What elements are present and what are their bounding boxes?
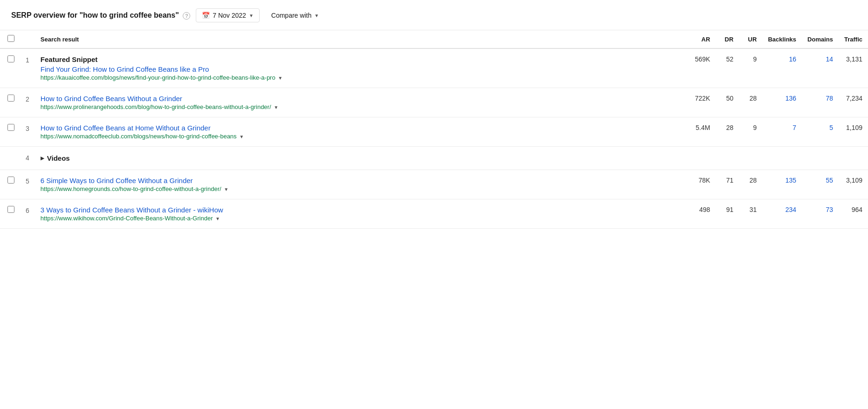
td-dr-1: 52 — [716, 48, 739, 88]
result-title-3: How to Grind Coffee Beans at Home Withou… — [41, 124, 684, 132]
url-dropdown-icon[interactable]: ▼ — [278, 75, 282, 81]
result-title-link-3[interactable]: How to Grind Coffee Beans at Home Withou… — [41, 124, 684, 132]
select-all-checkbox[interactable] — [7, 35, 14, 42]
row-checkbox-5[interactable] — [7, 177, 14, 184]
td-domains-5: 55 — [802, 170, 839, 199]
table-row: 4 ▶ Videos — [0, 147, 868, 170]
url-dropdown-icon[interactable]: ▼ — [274, 105, 278, 110]
td-ur-2: 28 — [739, 88, 762, 117]
td-dr-2: 50 — [716, 88, 739, 117]
domains-link-5[interactable]: 55 — [826, 177, 833, 184]
result-url-link-6[interactable]: https://www.wikihow.com/Grind-Coffee-Bea… — [41, 215, 213, 222]
result-title-link-1[interactable]: Find Your Grind: How to Grind Coffee Bea… — [41, 65, 684, 73]
td-ur-1: 9 — [739, 48, 762, 88]
row-checkbox-1[interactable] — [7, 55, 14, 62]
th-checkbox — [0, 30, 20, 48]
backlinks-link-3[interactable]: 7 — [792, 124, 796, 131]
page-title: SERP overview for "how to grind coffee b… — [11, 11, 190, 20]
date-picker-button[interactable]: 📅 7 Nov 2022 ▼ — [196, 8, 260, 22]
result-url-5: https://www.homegrounds.co/how-to-grind-… — [41, 185, 684, 192]
td-ar-6: 498 — [689, 199, 716, 229]
backlinks-link-5[interactable]: 135 — [785, 177, 796, 184]
td-domains-3: 5 — [802, 117, 839, 147]
compare-with-button[interactable]: Compare with ▼ — [265, 8, 325, 22]
result-url-link-2[interactable]: https://www.prolinerangehoods.com/blog/h… — [41, 103, 271, 110]
td-dr-6: 91 — [716, 199, 739, 229]
page-header: SERP overview for "how to grind coffee b… — [0, 0, 868, 30]
td-domains-1: 14 — [802, 48, 839, 88]
backlinks-link-1[interactable]: 16 — [789, 55, 797, 63]
td-dr-3: 28 — [716, 117, 739, 147]
backlinks-link-6[interactable]: 234 — [785, 206, 796, 213]
videos-text: Videos — [47, 154, 70, 162]
td-backlinks-1: 16 — [762, 48, 802, 88]
td-domains-2: 78 — [802, 88, 839, 117]
th-dr: DR — [716, 30, 739, 48]
result-title-5: 6 Simple Ways to Grind Coffee Without a … — [41, 177, 684, 184]
td-num-5: 5 — [20, 170, 35, 199]
td-checkbox-6[interactable] — [0, 199, 20, 229]
th-domains: Domains — [802, 30, 839, 48]
result-url-link-5[interactable]: https://www.homegrounds.co/how-to-grind-… — [41, 185, 221, 192]
domains-link-6[interactable]: 73 — [826, 206, 833, 213]
td-dr-5: 71 — [716, 170, 739, 199]
td-result-6: 3 Ways to Grind Coffee Beans Without a G… — [35, 199, 689, 229]
td-traffic-2: 7,234 — [839, 88, 868, 117]
chevron-down-icon: ▼ — [249, 13, 254, 18]
url-dropdown-icon[interactable]: ▼ — [215, 216, 220, 221]
td-backlinks-6: 234 — [762, 199, 802, 229]
result-url-link-1[interactable]: https://kauaicoffee.com/blogs/news/find-… — [41, 74, 276, 81]
td-traffic-6: 964 — [839, 199, 868, 229]
table-header-row: Search result AR DR UR Backlinks Domains… — [0, 30, 868, 48]
serp-table-wrapper: Search result AR DR UR Backlinks Domains… — [0, 30, 868, 229]
th-num — [20, 30, 35, 48]
domains-link-3[interactable]: 5 — [829, 124, 833, 131]
row-checkbox-3[interactable] — [7, 124, 14, 131]
table-row: 1 Featured Snippet Find Your Grind: How … — [0, 48, 868, 88]
table-row: 3 How to Grind Coffee Beans at Home With… — [0, 117, 868, 147]
result-url-3: https://www.nomadcoffeeclub.com/blogs/ne… — [41, 133, 684, 140]
serp-table: Search result AR DR UR Backlinks Domains… — [0, 30, 868, 229]
date-label: 7 Nov 2022 — [213, 12, 246, 19]
td-traffic-1: 3,131 — [839, 48, 868, 88]
backlinks-link-2[interactable]: 136 — [785, 95, 796, 102]
result-url-link-3[interactable]: https://www.nomadcoffeeclub.com/blogs/ne… — [41, 133, 237, 140]
td-num-6: 6 — [20, 199, 35, 229]
td-checkbox-2[interactable] — [0, 88, 20, 117]
help-icon[interactable]: ? — [183, 12, 190, 20]
url-dropdown-icon[interactable]: ▼ — [239, 134, 244, 139]
th-traffic: Traffic — [839, 30, 868, 48]
td-checkbox-5[interactable] — [0, 170, 20, 199]
triangle-icon: ▶ — [41, 156, 44, 161]
domains-link-2[interactable]: 78 — [826, 95, 833, 102]
td-ar-5: 78K — [689, 170, 716, 199]
result-title-link-2[interactable]: How to Grind Coffee Beans Without a Grin… — [41, 95, 684, 102]
td-ar-3: 5.4M — [689, 117, 716, 147]
td-videos-label: ▶ Videos — [35, 147, 868, 170]
url-dropdown-icon[interactable]: ▼ — [224, 187, 228, 192]
th-ar: AR — [689, 30, 716, 48]
result-title-link-6[interactable]: 3 Ways to Grind Coffee Beans Without a G… — [41, 206, 684, 214]
row-checkbox-2[interactable] — [7, 95, 14, 102]
th-ur: UR — [739, 30, 762, 48]
td-ar-2: 722K — [689, 88, 716, 117]
result-url-2: https://www.prolinerangehoods.com/blog/h… — [41, 103, 684, 110]
domains-link-1[interactable]: 14 — [826, 55, 833, 63]
td-domains-6: 73 — [802, 199, 839, 229]
result-title-6: 3 Ways to Grind Coffee Beans Without a G… — [41, 206, 684, 214]
table-row: 2 How to Grind Coffee Beans Without a Gr… — [0, 88, 868, 117]
td-result-3: How to Grind Coffee Beans at Home Withou… — [35, 117, 689, 147]
table-row: 6 3 Ways to Grind Coffee Beans Without a… — [0, 199, 868, 229]
td-traffic-5: 3,109 — [839, 170, 868, 199]
title-query: "how to grind coffee beans" — [79, 11, 179, 19]
result-title-1: Find Your Grind: How to Grind Coffee Bea… — [41, 65, 684, 73]
chevron-down-icon-compare: ▼ — [314, 13, 319, 18]
row-checkbox-6[interactable] — [7, 206, 14, 213]
result-title-link-5[interactable]: 6 Simple Ways to Grind Coffee Without a … — [41, 177, 684, 184]
td-traffic-3: 1,109 — [839, 117, 868, 147]
td-checkbox-1[interactable] — [0, 48, 20, 88]
td-checkbox-3[interactable] — [0, 117, 20, 147]
td-num-3: 3 — [20, 117, 35, 147]
result-url-1: https://kauaicoffee.com/blogs/news/find-… — [41, 74, 684, 81]
table-row: 5 6 Simple Ways to Grind Coffee Without … — [0, 170, 868, 199]
